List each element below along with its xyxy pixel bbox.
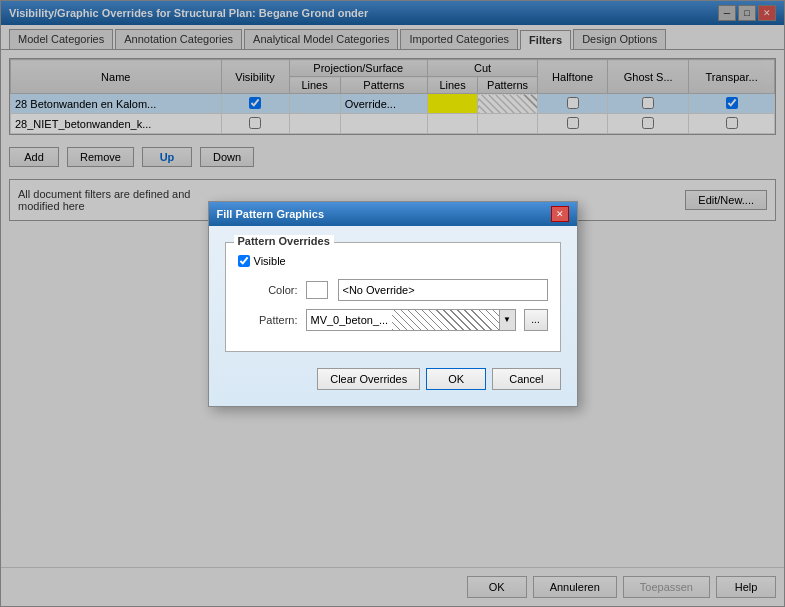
fill-pattern-dialog: Fill Pattern Graphics ✕ Pattern Override…	[208, 201, 578, 407]
clear-overrides-button[interactable]: Clear Overrides	[317, 368, 420, 390]
dialog-title: Fill Pattern Graphics	[217, 208, 325, 220]
pattern-preview	[392, 310, 498, 330]
pattern-label: Pattern:	[238, 314, 298, 326]
visible-label: Visible	[254, 255, 286, 267]
dialog-buttons: Clear Overrides OK Cancel	[225, 364, 561, 390]
pattern-overrides-group: Pattern Overrides Visible Color: <No Ove…	[225, 242, 561, 352]
dialog-overlay: Fill Pattern Graphics ✕ Pattern Override…	[0, 0, 785, 607]
dialog-ok-button[interactable]: OK	[426, 368, 486, 390]
color-row: Color: <No Override>	[238, 279, 548, 301]
color-preview-swatch	[306, 281, 328, 299]
color-label: Color:	[238, 284, 298, 296]
visible-row: Visible	[238, 255, 548, 267]
dialog-cancel-button[interactable]: Cancel	[492, 368, 560, 390]
pattern-dropdown[interactable]: MV_0_beton_... ▼	[306, 309, 516, 331]
dropdown-arrow-icon[interactable]: ▼	[499, 310, 515, 330]
dialog-content: Pattern Overrides Visible Color: <No Ove…	[209, 226, 577, 406]
visible-checkbox[interactable]	[238, 255, 250, 267]
pattern-row: Pattern: MV_0_beton_... ▼ ...	[238, 309, 548, 331]
color-input[interactable]: <No Override>	[338, 279, 548, 301]
dialog-title-bar: Fill Pattern Graphics ✕	[209, 202, 577, 226]
dialog-close-button[interactable]: ✕	[551, 206, 569, 222]
group-title: Pattern Overrides	[234, 235, 334, 247]
browse-button[interactable]: ...	[524, 309, 548, 331]
